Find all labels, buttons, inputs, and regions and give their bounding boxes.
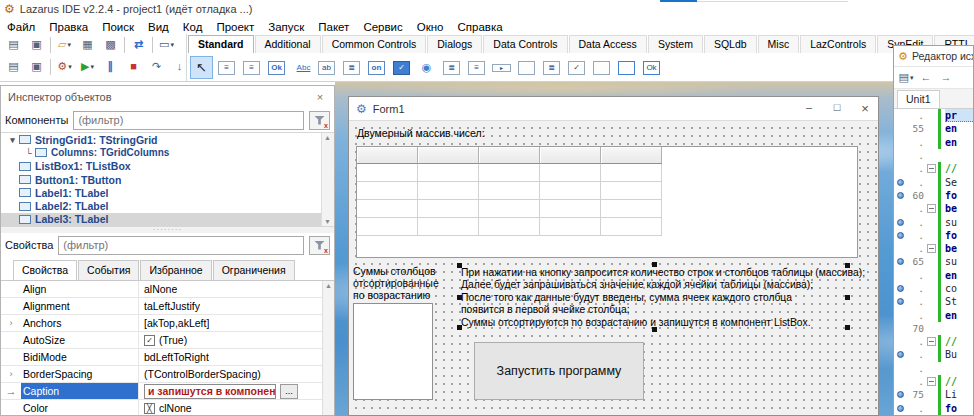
line-number[interactable]: . bbox=[905, 270, 924, 281]
code-line[interactable]: 65 su bbox=[894, 255, 973, 268]
menu-item[interactable]: Проект bbox=[209, 20, 261, 34]
property-value-cell[interactable]: ✓ ╳ и запишутся в компонент ListBox. ... bbox=[139, 383, 322, 399]
browse-back-button[interactable]: ← ▾ bbox=[917, 69, 935, 86]
menu-item[interactable]: Запуск bbox=[261, 20, 311, 34]
property-name[interactable]: Color bbox=[21, 400, 139, 415]
property-value[interactable]: taLeftJustify bbox=[144, 300, 200, 312]
label2-component[interactable]: Суммы столбцовотсортированныепо возраста… bbox=[353, 265, 439, 301]
maximize-icon[interactable] bbox=[831, 101, 843, 116]
menu-item[interactable]: Файл bbox=[0, 20, 42, 34]
property-row[interactable]: AutoSize ✓ ╳ (True) ... bbox=[1, 332, 322, 349]
property-row[interactable]: Align ✓ ╳ alNone ... bbox=[1, 281, 322, 298]
property-expand-icon[interactable]: → bbox=[1, 385, 21, 397]
property-value[interactable]: (True) bbox=[159, 334, 187, 346]
tedit-icon[interactable]: ab bbox=[315, 56, 338, 79]
tmemo-icon[interactable]: ≣ bbox=[340, 56, 363, 79]
new-form-button[interactable]: ▣ ▾ bbox=[26, 35, 47, 54]
property-expand-icon[interactable]: › bbox=[1, 318, 21, 328]
line-number[interactable]: . bbox=[905, 230, 924, 241]
code-line[interactable]: . en bbox=[894, 308, 973, 321]
selection-handle[interactable] bbox=[457, 325, 462, 330]
inspector-tab[interactable]: Свойства bbox=[13, 260, 77, 280]
menu-item[interactable]: Правка bbox=[42, 20, 95, 34]
tcheckgroup-icon[interactable]: ✓ bbox=[565, 56, 588, 79]
tgroupbox-icon[interactable] bbox=[515, 56, 538, 79]
property-value[interactable]: [akTop,akLeft] bbox=[144, 317, 209, 329]
tscrollbar-icon[interactable]: ▸ bbox=[490, 56, 513, 79]
components-filter-input[interactable] bbox=[73, 111, 304, 130]
menu-item[interactable]: Сервис bbox=[356, 20, 409, 34]
property-name[interactable]: AutoSize bbox=[21, 332, 139, 348]
property-row[interactable]: Color ✓ ╳ clNone ... bbox=[1, 400, 322, 415]
code-line[interactable]: . be bbox=[894, 242, 973, 255]
menu-item[interactable]: Вид bbox=[141, 20, 176, 34]
view-windows-button[interactable]: ▭ ▾ bbox=[156, 35, 177, 54]
line-number[interactable]: . bbox=[905, 137, 924, 148]
inspector-tab[interactable]: События bbox=[78, 260, 139, 280]
cursor-tool-icon[interactable]: ↖ bbox=[190, 56, 213, 79]
new-unit-button[interactable]: ▤ ▾ bbox=[3, 35, 24, 54]
component-tree-item[interactable]: Label3: TLabel bbox=[1, 213, 321, 226]
menu-item[interactable]: Справка bbox=[451, 20, 510, 34]
code-line[interactable]: . be bbox=[894, 202, 973, 215]
palette-tab[interactable]: Common Controls bbox=[322, 35, 427, 53]
debug-marker-icon[interactable] bbox=[897, 258, 904, 265]
tlistbox-icon[interactable]: ≣ bbox=[440, 56, 463, 79]
minimize-icon[interactable] bbox=[803, 101, 815, 116]
property-grid-scrollbar[interactable] bbox=[322, 281, 334, 415]
palette-tab[interactable]: Data Controls bbox=[483, 35, 567, 53]
line-number[interactable]: 65 bbox=[905, 256, 924, 267]
property-value-cell[interactable]: ✓ ╳ [akTop,akLeft] ... bbox=[139, 315, 322, 331]
fold-icon[interactable] bbox=[927, 164, 936, 173]
palette-tab[interactable]: Data Access bbox=[569, 35, 647, 53]
selection-handle[interactable] bbox=[457, 263, 462, 268]
component-tree-item[interactable]: Label2: TLabel bbox=[1, 199, 321, 212]
palette-tab[interactable]: Additional bbox=[255, 35, 321, 53]
fold-icon[interactable] bbox=[927, 204, 936, 213]
jump-to-marker-button[interactable]: ▤ ▾ bbox=[897, 69, 915, 86]
property-value[interactable]: clNone bbox=[159, 402, 192, 414]
line-number[interactable]: . bbox=[905, 310, 924, 321]
browse-forward-button[interactable]: → ▾ bbox=[937, 69, 955, 86]
code-line[interactable]: . fo bbox=[894, 402, 973, 415]
tradiobutton-icon[interactable]: ◉ bbox=[415, 56, 438, 79]
tmainmenu-icon[interactable]: ≡ bbox=[215, 56, 238, 79]
tbutton-icon[interactable]: Ok bbox=[265, 56, 288, 79]
palette-tab[interactable]: LazControls bbox=[800, 35, 876, 53]
button1-component[interactable]: Запустить программу bbox=[474, 342, 644, 400]
line-number[interactable]: . bbox=[905, 296, 924, 307]
tlabel-icon[interactable]: Abc bbox=[290, 56, 313, 79]
debug-marker-icon[interactable] bbox=[897, 391, 904, 398]
property-row[interactable]: › Anchors ✓ ╳ [akTop,akLeft] ... bbox=[1, 315, 322, 332]
close-icon[interactable] bbox=[859, 101, 871, 116]
palette-tab[interactable]: Misc bbox=[758, 35, 800, 53]
menu-item[interactable]: Код bbox=[176, 20, 210, 34]
tframe-icon[interactable] bbox=[615, 56, 638, 79]
code-line[interactable]: . co bbox=[894, 282, 973, 295]
selection-handle[interactable] bbox=[652, 262, 657, 267]
code-line[interactable]: . // bbox=[894, 162, 973, 175]
code-line[interactable]: . Se bbox=[894, 175, 973, 188]
stop-button[interactable]: ■ ▾ bbox=[123, 57, 144, 76]
debug-marker-icon[interactable] bbox=[897, 298, 904, 305]
property-row[interactable]: BidiMode ✓ ╳ bdLeftToRight ... bbox=[1, 349, 322, 366]
stringgrid-component[interactable] bbox=[356, 146, 858, 258]
property-value[interactable]: bdLeftToRight bbox=[144, 351, 209, 363]
line-number[interactable]: . bbox=[905, 283, 924, 294]
tcheckbox-icon[interactable]: ✓ bbox=[390, 56, 413, 79]
listbox-component[interactable] bbox=[353, 303, 433, 400]
line-number[interactable]: . bbox=[905, 150, 924, 161]
code-line[interactable]: . // bbox=[894, 335, 973, 348]
separator[interactable]: ▾ bbox=[123, 37, 126, 53]
property-expand-icon[interactable]: › bbox=[1, 369, 21, 379]
fold-icon[interactable] bbox=[927, 244, 936, 253]
line-number[interactable]: . bbox=[905, 243, 924, 254]
fold-icon[interactable] bbox=[927, 337, 936, 346]
line-number[interactable]: . bbox=[905, 177, 924, 188]
code-line[interactable]: . Bu bbox=[894, 348, 973, 361]
code-line[interactable]: 75 Li bbox=[894, 388, 973, 401]
palette-tab[interactable]: Standard bbox=[188, 35, 254, 53]
line-number[interactable]: . bbox=[905, 217, 924, 228]
code-line[interactable]: 70 bbox=[894, 322, 973, 335]
separator[interactable]: ▾ bbox=[49, 37, 52, 53]
